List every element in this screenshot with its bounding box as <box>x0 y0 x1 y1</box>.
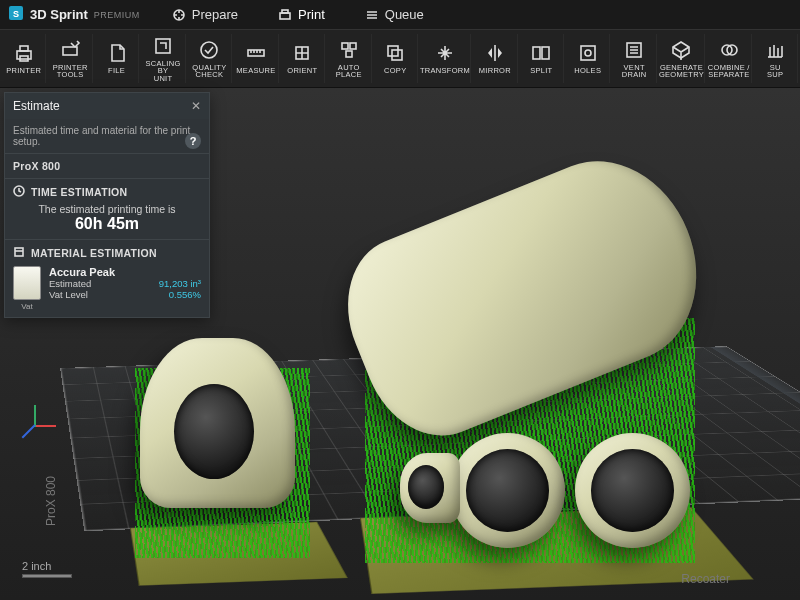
estimated-value: 91,203 in³ <box>159 278 201 289</box>
check-icon <box>198 39 220 61</box>
svg-rect-4 <box>282 10 288 13</box>
toolbar: PRINTERPRINTERTOOLSFILESCALING BYUNITQUA… <box>0 30 800 88</box>
material-estimation-section: MATERIAL ESTIMATION Vat Accura Peak Esti… <box>5 239 209 317</box>
estimate-description: Estimated time and material for the prin… <box>5 119 209 153</box>
time-estimation-header: TIME ESTIMATION <box>31 186 127 198</box>
svg-rect-15 <box>346 51 352 57</box>
part-opening <box>466 449 549 532</box>
axis-z-icon <box>22 424 36 438</box>
wrench-printer-icon <box>59 39 81 61</box>
tool-label: AUTO PLACE <box>327 64 370 79</box>
svg-rect-20 <box>581 46 595 60</box>
tool-holes[interactable]: HOLES <box>566 34 610 83</box>
tool-vent-drain[interactable]: VENT DRAIN <box>612 34 656 83</box>
tool-quality-check[interactable]: QUALITYCHECK <box>188 34 232 83</box>
split-icon <box>530 42 552 64</box>
tool-label: HOLES <box>574 67 601 75</box>
printed-part[interactable] <box>450 433 565 548</box>
vent-icon <box>623 39 645 61</box>
menu-print[interactable]: Print <box>270 3 333 26</box>
svg-rect-18 <box>533 47 540 59</box>
material-swatch-label: Vat <box>13 302 41 311</box>
tool-transform[interactable]: TRANSFORM <box>420 34 471 83</box>
build-plate-front-label: Recoater <box>681 572 730 586</box>
material-estimation-header: MATERIAL ESTIMATION <box>31 247 157 259</box>
print-icon <box>278 8 292 22</box>
tool-copy[interactable]: COPY <box>374 34 418 83</box>
svg-point-21 <box>585 50 591 56</box>
transform-icon <box>434 42 456 64</box>
tool-printer-tools[interactable]: PRINTERTOOLS <box>48 34 92 83</box>
svg-rect-14 <box>350 43 356 49</box>
vat-level-value: 0.556% <box>169 289 201 300</box>
svg-rect-6 <box>20 46 28 51</box>
queue-icon <box>365 8 379 22</box>
file-icon <box>106 42 128 64</box>
scale-label: 2 inch <box>22 560 72 572</box>
estimate-panel: Estimate ✕ Estimated time and material f… <box>4 92 210 318</box>
autoplace-icon <box>338 39 360 61</box>
svg-text:S: S <box>13 9 19 19</box>
material-info: Accura Peak Estimated 91,203 in³ Vat Lev… <box>49 266 201 300</box>
orient-icon <box>291 42 313 64</box>
menu-prepare-label: Prepare <box>192 7 238 22</box>
scale-icon <box>152 35 174 57</box>
geometry-icon <box>670 39 692 61</box>
scale-bar: 2 inch <box>22 560 72 578</box>
build-plate-side-label: ProX 800 <box>44 476 58 526</box>
ruler-icon <box>245 42 267 64</box>
svg-rect-16 <box>388 46 398 56</box>
tool-label: PRINTERTOOLS <box>53 64 88 79</box>
tool-measure[interactable]: MEASURE <box>234 34 278 83</box>
menu-prepare[interactable]: Prepare <box>164 3 246 26</box>
axis-gizmo[interactable] <box>14 405 54 445</box>
tool-generate-geometry[interactable]: GENERATEGEOMETRY <box>659 34 705 83</box>
close-icon[interactable]: ✕ <box>191 99 201 113</box>
tool-supports[interactable]: SUSUP <box>754 34 798 83</box>
svg-rect-8 <box>63 47 77 55</box>
svg-rect-3 <box>280 13 290 19</box>
estimate-header: Estimate ✕ <box>5 93 209 119</box>
menu-print-label: Print <box>298 7 325 22</box>
estimate-title: Estimate <box>13 99 60 113</box>
tool-mirror[interactable]: MIRROR <box>473 34 517 83</box>
prepare-icon <box>172 8 186 22</box>
material-name: Accura Peak <box>49 266 201 278</box>
tool-label: COPY <box>384 67 406 75</box>
time-estimation-value: 60h 45m <box>13 215 201 233</box>
tool-orient[interactable]: ORIENT <box>281 34 325 83</box>
part-opening <box>408 465 444 509</box>
tool-label: COMBINE /SEPARATE <box>708 64 750 79</box>
time-estimation-line: The estimated printing time is <box>13 199 201 215</box>
app-brand: S 3D Sprint PREMIUM <box>8 5 140 24</box>
svg-rect-5 <box>17 51 31 59</box>
app-name: 3D Sprint <box>30 7 88 22</box>
tool-label: MEASURE <box>236 67 275 75</box>
tool-combine-separate[interactable]: COMBINE /SEPARATE <box>707 34 751 83</box>
tool-label: FILE <box>108 67 125 75</box>
part-opening <box>591 449 674 532</box>
app-edition-badge: PREMIUM <box>94 10 140 20</box>
help-icon[interactable]: ? <box>185 133 201 149</box>
printed-part[interactable] <box>575 433 690 548</box>
tool-file[interactable]: FILE <box>95 34 139 83</box>
app-logo-icon: S <box>8 5 24 24</box>
tool-label: VENT DRAIN <box>612 64 655 79</box>
material-swatch-wrap: Vat <box>13 266 41 311</box>
estimate-description-text: Estimated time and material for the prin… <box>13 125 190 147</box>
tool-label: SPLIT <box>530 67 552 75</box>
tool-printer[interactable]: PRINTER <box>2 34 46 83</box>
tool-label: TRANSFORM <box>420 67 470 75</box>
printed-part[interactable] <box>140 338 295 508</box>
printed-part[interactable] <box>400 453 460 523</box>
estimate-printer-section: ProX 800 <box>5 153 209 178</box>
tool-auto-place[interactable]: AUTO PLACE <box>327 34 371 83</box>
scale-bar-line <box>22 574 72 578</box>
tool-scaling-by-unit[interactable]: SCALING BYUNIT <box>141 34 185 83</box>
part-opening <box>174 384 254 479</box>
printer-name: ProX 800 <box>13 160 201 172</box>
tool-label: QUALITYCHECK <box>192 64 226 79</box>
menu-queue[interactable]: Queue <box>357 3 432 26</box>
tool-split[interactable]: SPLIT <box>520 34 564 83</box>
tool-label: MIRROR <box>479 67 511 75</box>
